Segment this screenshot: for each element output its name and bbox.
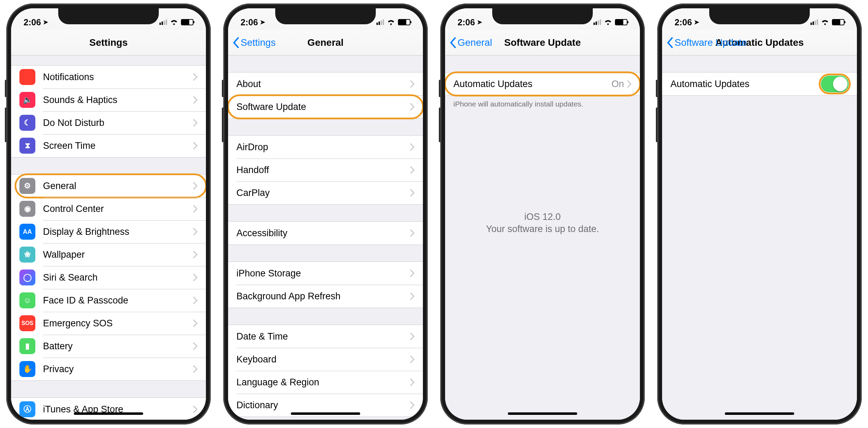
- row-keyboard[interactable]: Keyboard: [228, 348, 423, 371]
- nav-bar: General Software Update: [445, 30, 640, 55]
- chevron-right-icon: [193, 296, 198, 305]
- row-do-not-disturb[interactable]: ☾ Do Not Disturb: [11, 111, 206, 134]
- software-update-screen: 2:06 ➤ General Software Update: [445, 8, 640, 420]
- row-label: Automatic Updates: [453, 79, 611, 89]
- row-label: Accessibility: [236, 228, 410, 239]
- row-emergency-sos[interactable]: SOS Emergency SOS: [11, 312, 206, 335]
- row-carplay[interactable]: CarPlay: [228, 181, 423, 204]
- row-label: Do Not Disturb: [43, 118, 193, 128]
- row-language-region[interactable]: Language & Region: [228, 371, 423, 394]
- automatic-updates-screen: 2:06 ➤ Software Update Automatic Updates: [662, 8, 857, 420]
- chevron-right-icon: [410, 229, 415, 237]
- row-automatic-updates[interactable]: Automatic Updates On: [445, 72, 640, 95]
- row-wallpaper[interactable]: ❀ Wallpaper: [11, 243, 206, 266]
- row-privacy[interactable]: ✋ Privacy: [11, 358, 206, 380]
- status-right: [159, 19, 193, 25]
- row-label: Face ID & Passcode: [43, 295, 193, 306]
- page-title: Settings: [11, 37, 206, 48]
- notifications-icon: [19, 69, 35, 85]
- row-software-update[interactable]: Software Update: [228, 95, 423, 118]
- wifi-icon: [387, 19, 395, 25]
- row-label: Screen Time: [43, 140, 193, 151]
- row-general[interactable]: ⚙ General: [11, 174, 206, 197]
- battery-icon: [615, 19, 627, 25]
- row-label: Emergency SOS: [43, 318, 193, 329]
- chevron-right-icon: [193, 182, 198, 190]
- chevron-right-icon: [193, 273, 198, 282]
- back-label: Software Update: [675, 37, 747, 48]
- notch: [275, 8, 376, 24]
- chevron-right-icon: [193, 342, 198, 350]
- chevron-right-icon: [410, 80, 415, 88]
- back-label: Settings: [241, 37, 276, 48]
- flower-icon: ❀: [19, 247, 35, 263]
- home-indicator[interactable]: [291, 412, 360, 415]
- content-area[interactable]: Automatic Updates: [662, 55, 857, 420]
- row-label: Date & Time: [236, 331, 410, 342]
- ios-version-label: iOS 12.0: [445, 212, 640, 222]
- chevron-right-icon: [193, 228, 198, 236]
- row-screen-time[interactable]: ⧗ Screen Time: [11, 134, 206, 157]
- row-battery[interactable]: ▮ Battery: [11, 335, 206, 358]
- chevron-left-icon: [666, 36, 674, 49]
- row-iphone-storage[interactable]: iPhone Storage: [228, 262, 423, 285]
- chevron-right-icon: [193, 96, 198, 104]
- row-label: Notifications: [43, 72, 193, 83]
- chevron-right-icon: [627, 80, 632, 88]
- settings-screen: 2:06 ➤ Settings Notifications: [11, 8, 206, 420]
- row-label: AirDrop: [236, 142, 410, 153]
- content-area[interactable]: Notifications 🔈 Sounds & Haptics ☾ Do No…: [11, 55, 206, 420]
- footer-text: iPhone will automatically install update…: [445, 96, 640, 108]
- highlight-annotation: [819, 74, 851, 94]
- gear-icon: ⚙: [19, 178, 35, 194]
- row-background-app-refresh[interactable]: Background App Refresh: [228, 285, 423, 308]
- notch: [58, 8, 159, 24]
- notch: [492, 8, 593, 24]
- home-indicator[interactable]: [725, 412, 794, 415]
- row-airdrop[interactable]: AirDrop: [228, 136, 423, 159]
- chevron-right-icon: [193, 142, 198, 150]
- chevron-right-icon: [193, 405, 198, 413]
- back-button[interactable]: Software Update: [666, 36, 747, 49]
- row-automatic-updates-toggle[interactable]: Automatic Updates: [662, 72, 857, 95]
- row-sounds-haptics[interactable]: 🔈 Sounds & Haptics: [11, 88, 206, 111]
- row-itunes-app-store[interactable]: Ⓐ iTunes & App Store: [11, 398, 206, 420]
- home-indicator[interactable]: [508, 412, 577, 415]
- sounds-icon: 🔈: [19, 92, 35, 108]
- battery-row-icon: ▮: [19, 338, 35, 354]
- row-display-brightness[interactable]: AA Display & Brightness: [11, 220, 206, 243]
- row-label: Handoff: [236, 165, 410, 176]
- battery-icon: [832, 19, 844, 25]
- chevron-right-icon: [410, 332, 415, 341]
- appstore-icon: Ⓐ: [19, 401, 35, 417]
- chevron-right-icon: [410, 378, 415, 386]
- row-siri-search[interactable]: ◯ Siri & Search: [11, 266, 206, 289]
- row-accessibility[interactable]: Accessibility: [228, 222, 423, 245]
- chevron-right-icon: [410, 401, 415, 409]
- row-control-center[interactable]: ◉ Control Center: [11, 197, 206, 220]
- sos-icon: SOS: [19, 315, 35, 331]
- row-label: CarPlay: [236, 188, 410, 198]
- cellular-signal-icon: [810, 19, 818, 25]
- row-notifications[interactable]: Notifications: [11, 66, 206, 88]
- back-button[interactable]: General: [449, 36, 492, 49]
- row-about[interactable]: About: [228, 72, 423, 95]
- content-area[interactable]: Automatic Updates On iPhone will automat…: [445, 55, 640, 420]
- nav-bar: Settings General: [228, 30, 423, 55]
- row-date-time[interactable]: Date & Time: [228, 325, 423, 348]
- siri-icon: ◯: [19, 269, 35, 285]
- face-icon: ☺: [19, 292, 35, 308]
- back-button[interactable]: Settings: [232, 36, 276, 49]
- chevron-right-icon: [410, 166, 415, 174]
- toggle-icon: ◉: [19, 201, 35, 217]
- wifi-icon: [170, 19, 178, 25]
- content-area[interactable]: About Software Update AirDrop: [228, 55, 423, 420]
- row-label: General: [43, 181, 193, 191]
- chevron-left-icon: [449, 36, 457, 49]
- row-label: Dictionary: [236, 400, 410, 411]
- row-handoff[interactable]: Handoff: [228, 159, 423, 181]
- row-label: Control Center: [43, 204, 193, 214]
- row-face-id-passcode[interactable]: ☺ Face ID & Passcode: [11, 289, 206, 312]
- home-indicator[interactable]: [74, 412, 143, 415]
- up-to-date-label: Your software is up to date.: [445, 224, 640, 234]
